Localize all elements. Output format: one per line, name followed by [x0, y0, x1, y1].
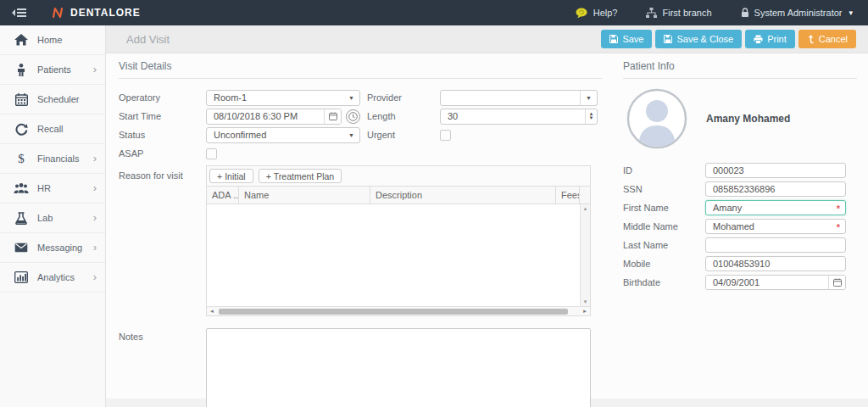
mobile-label: Mobile: [623, 259, 705, 269]
column-header-ada[interactable]: ADA ...: [207, 187, 239, 204]
operatory-select[interactable]: Room-1 ▼: [206, 90, 360, 106]
chevron-right-icon: ›: [93, 273, 97, 282]
notes-textarea[interactable]: [206, 328, 591, 407]
column-header-fees[interactable]: Fees: [556, 187, 580, 204]
first-name-input[interactable]: [705, 200, 846, 215]
save-floppy-icon: [609, 35, 618, 43]
help-menu[interactable]: Help?: [576, 8, 618, 19]
stepper-arrows[interactable]: ▲ ▼: [585, 109, 597, 124]
provider-select[interactable]: ▼: [440, 90, 598, 106]
chevron-right-icon: ›: [93, 214, 97, 222]
add-initial-button[interactable]: + Initial: [209, 169, 253, 183]
reason-grid: + Initial + Treatment Plan ADA ... Name …: [206, 165, 591, 316]
chevron-right-icon: ›: [93, 154, 97, 163]
patient-icon: [12, 64, 31, 76]
scrollbar-thumb[interactable]: [219, 309, 568, 315]
sidebar-item-messaging[interactable]: Messaging ›: [0, 233, 105, 263]
initial-label: Initial: [225, 171, 246, 181]
sidebar-item-analytics[interactable]: Analytics ›: [0, 263, 105, 293]
ssn-input[interactable]: [705, 181, 846, 197]
column-header-name[interactable]: Name: [239, 187, 370, 204]
id-input[interactable]: [705, 163, 846, 178]
treatment-plan-label: Treatment Plan: [274, 171, 334, 181]
sidebar-item-patients[interactable]: Patients ›: [0, 55, 105, 85]
help-chat-icon: [576, 8, 588, 19]
time-picker-button[interactable]: [346, 109, 360, 124]
user-label: System Administrator: [754, 8, 843, 18]
calendar-picker-button[interactable]: [324, 109, 341, 124]
length-input[interactable]: [441, 109, 585, 124]
sidebar-item-label: Scheduler: [37, 94, 80, 104]
first-name-label: First Name: [623, 203, 705, 213]
main-area: Add Visit Save Save & Close Print Cancel…: [106, 25, 868, 407]
sidebar-item-label: Home: [37, 35, 62, 45]
cancel-label: Cancel: [819, 34, 848, 44]
flask-icon: [12, 212, 31, 225]
vertical-scrollbar[interactable]: ▲ ▼: [580, 204, 590, 306]
provider-label: Provider: [367, 92, 440, 103]
sidebar-item-label: Recall: [37, 124, 64, 134]
scroll-up-icon: ▲: [583, 206, 588, 211]
status-value: Unconfirmed: [214, 130, 266, 140]
sidebar-item-scheduler[interactable]: Scheduler: [0, 85, 105, 114]
branch-menu[interactable]: First branch: [646, 8, 711, 18]
scrollbar-track[interactable]: [217, 307, 580, 315]
middle-name-label: Middle Name: [623, 221, 705, 231]
hamburger-icon: [12, 8, 27, 18]
sidebar-item-home[interactable]: Home: [0, 25, 105, 55]
sidebar-item-recall[interactable]: Recall: [0, 114, 105, 144]
print-label: Print: [767, 34, 787, 44]
asap-checkbox[interactable]: [206, 148, 217, 159]
last-name-input[interactable]: [705, 237, 846, 253]
birthdate-field: [705, 275, 846, 290]
chevron-right-icon: ›: [93, 65, 97, 74]
dropdown-arrow-icon: ▼: [348, 95, 354, 101]
birthdate-input[interactable]: [706, 276, 828, 289]
brand[interactable]: DENTALORE: [51, 6, 141, 20]
sidebar-item-financials[interactable]: $ Financials ›: [0, 144, 105, 174]
ssn-label: SSN: [623, 184, 705, 194]
visit-details-title: Visit Details: [119, 60, 602, 79]
start-time-label: Start Time: [119, 111, 206, 121]
branch-label: First branch: [662, 8, 711, 18]
last-name-label: Last Name: [623, 240, 705, 250]
start-time-input[interactable]: [207, 109, 324, 124]
sidebar-item-label: Analytics: [37, 272, 75, 282]
sidebar-item-lab[interactable]: Lab ›: [0, 204, 105, 233]
patient-info-title: Patient Info: [623, 60, 857, 79]
urgent-checkbox[interactable]: [440, 130, 451, 141]
chevron-down-icon: ▾: [849, 8, 853, 17]
clock-icon: [348, 112, 358, 121]
barchart-icon: [12, 271, 31, 283]
plus-icon: +: [217, 171, 222, 181]
mobile-input[interactable]: [705, 256, 846, 271]
urgent-label: Urgent: [367, 130, 440, 140]
cancel-button[interactable]: Cancel: [798, 30, 856, 48]
calendar-icon: [12, 93, 31, 106]
sidebar-toggle-icon[interactable]: [0, 8, 39, 18]
user-menu[interactable]: System Administrator ▾: [741, 8, 853, 18]
sidebar-item-hr[interactable]: HR ›: [0, 174, 105, 204]
required-asterisk: *: [837, 204, 840, 214]
horizontal-scrollbar[interactable]: ◄ ►: [207, 306, 590, 315]
sidebar-item-label: HR: [37, 183, 51, 193]
save-close-button[interactable]: Save & Close: [655, 30, 742, 48]
column-header-description[interactable]: Description: [370, 187, 556, 204]
save-button[interactable]: Save: [601, 30, 652, 48]
calendar-icon: [833, 278, 842, 287]
print-button[interactable]: Print: [745, 30, 795, 48]
birthdate-calendar-button[interactable]: [828, 276, 845, 289]
save-floppy-icon: [664, 35, 672, 43]
add-treatment-plan-button[interactable]: + Treatment Plan: [259, 169, 342, 183]
scroll-left-icon: ◄: [207, 309, 217, 314]
sidebar: Home Patients › Scheduler Recall $ Finan…: [0, 25, 106, 407]
length-field: ▲ ▼: [440, 109, 598, 125]
dropdown-arrow-icon: ▼: [348, 132, 354, 138]
visit-details-section: Visit Details Operatory Room-1 ▼ Provide…: [119, 60, 602, 407]
action-buttons: Save Save & Close Print Cancel: [601, 30, 856, 48]
reason-grid-body: ▲ ▼: [207, 204, 590, 306]
scroll-down-icon: ▼: [583, 299, 588, 304]
status-select[interactable]: Unconfirmed ▼: [206, 127, 360, 143]
middle-name-input[interactable]: [705, 219, 846, 234]
patient-info-section: Patient Info Amany Mohamed ID SSN: [623, 60, 857, 292]
